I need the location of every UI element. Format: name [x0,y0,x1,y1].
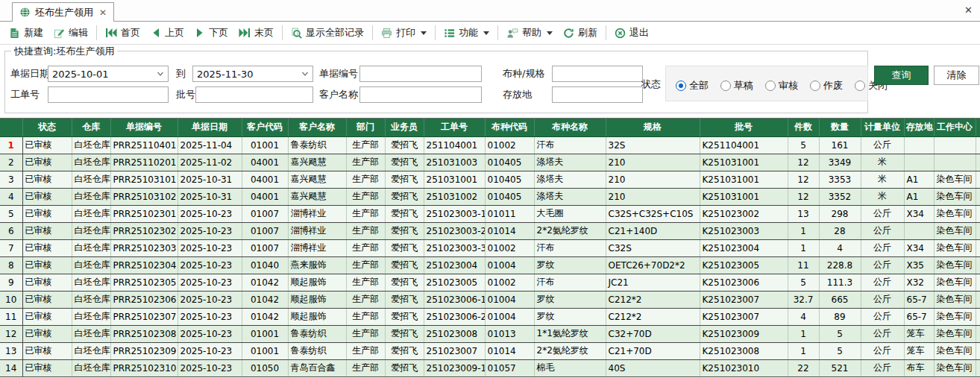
cell[interactable]: OETC26+70D2*2 [606,256,700,274]
cell[interactable]: 01042 [242,274,288,291]
cell[interactable]: 01042 [242,308,288,325]
table-row[interactable]: 14已审核白坯仓库PRR251023102025-10-2301050青岛百合鑫… [0,359,980,377]
cell[interactable]: 嘉兴飓慧 [288,171,346,188]
cell[interactable]: 染色车间 [934,342,976,359]
cell[interactable]: 爱招飞 [385,342,424,359]
cell[interactable]: 公斤 [861,342,904,359]
cell[interactable]: 251031002 [424,188,485,205]
tab-grey-fabric-requisition[interactable]: 坯布生产领用 ✕ [12,2,114,22]
cell[interactable]: K251023005 [700,256,788,274]
cell[interactable]: 已审核 [22,308,72,325]
cell[interactable]: 染色车间 [934,239,976,256]
row-number[interactable]: 9 [0,274,22,291]
cell[interactable]: 染色车间 [934,171,976,188]
cell[interactable]: PRR25110401 [110,136,178,154]
cell[interactable] [904,222,934,239]
cell[interactable]: 2025-10-31 [178,188,242,205]
cell[interactable]: 燕来服饰 [288,256,346,274]
cell[interactable]: 顺起服饰 [288,274,346,291]
fabric-spec-input[interactable] [552,66,643,82]
column-header-13[interactable]: 批号 [700,119,788,136]
cell[interactable]: 3353 [819,171,861,188]
cell[interactable]: 生产部 [346,188,385,205]
functions-button[interactable]: 功能 [439,24,494,42]
cell[interactable]: 010405 [485,171,534,188]
cell[interactable]: 公斤 [861,291,904,308]
cell[interactable]: 生产部 [346,274,385,291]
cell[interactable] [976,154,980,171]
cell[interactable]: K251023006 [700,274,788,291]
cell[interactable]: PRR25102307 [110,308,178,325]
cell[interactable]: 白坯仓库 [72,154,110,171]
cell[interactable]: 大毛圈 [534,205,606,222]
status-option-voided[interactable]: 作废 [810,79,843,92]
cell[interactable]: PRR25102308 [110,325,178,342]
cell[interactable]: 生产部 [346,359,385,377]
date-from-select[interactable]: 2025-10-01 [48,66,169,82]
table-row[interactable]: 3已审核白坯仓库PRR251031012025-10-3104001嘉兴飓慧生产… [0,171,980,188]
column-header-10[interactable]: 布种代码 [485,119,534,136]
cell[interactable]: 2025-10-23 [178,308,242,325]
cell[interactable]: 笼车 [904,325,934,342]
cell[interactable]: K251023004 [700,239,788,256]
cell[interactable]: 251023003-1 [424,205,485,222]
row-number[interactable]: 8 [0,256,22,274]
cell[interactable] [976,188,980,205]
cell[interactable]: 米 [861,171,904,188]
cell[interactable]: PRR25102301 [110,205,178,222]
cell[interactable]: 生产部 [346,136,385,154]
column-header-18[interactable]: 工作中心 [934,119,976,136]
edit-button[interactable]: 编辑 [48,24,93,42]
cell[interactable]: 白坯仓库 [72,188,110,205]
cell[interactable]: 12 [788,171,819,188]
customer-input[interactable] [359,86,482,103]
cell[interactable]: 251023003-3 [424,239,485,256]
cell[interactable]: K251023009 [700,325,788,342]
first-page-button[interactable]: 首页 [100,24,145,42]
cell[interactable]: K251031001 [700,188,788,205]
tab-close-icon[interactable]: ✕ [99,7,107,18]
next-page-button[interactable]: 下页 [189,24,233,42]
cell[interactable]: 2025-10-23 [178,325,242,342]
cell[interactable]: 01013 [485,325,534,342]
cell[interactable]: 2025-10-23 [178,291,242,308]
cell[interactable]: 01002 [485,136,534,154]
cell[interactable]: 01011 [485,205,534,222]
column-header-1[interactable]: 状态 [22,119,72,136]
cell[interactable]: 2025-10-23 [178,222,242,239]
column-header-8[interactable]: 业务员 [385,119,424,136]
cell[interactable]: 已审核 [22,154,72,171]
cell[interactable]: 01007 [242,205,288,222]
cell[interactable]: PRR25102310 [110,359,178,377]
cell[interactable]: 罗纹 [534,256,606,274]
new-button[interactable]: 新建 [4,24,48,42]
cell[interactable]: 11 [788,256,819,274]
cell[interactable]: 白坯仓库 [72,136,110,154]
cell[interactable]: 爱招飞 [385,154,424,171]
cell[interactable] [976,274,980,291]
cell[interactable]: 251031003 [424,154,485,171]
exit-button[interactable]: 退出 [609,24,654,42]
cell[interactable]: 淄博祥业 [288,222,346,239]
cell[interactable]: 爱招飞 [385,205,424,222]
cell[interactable]: 4 [819,239,861,256]
cell[interactable] [976,359,980,377]
table-row[interactable]: 4已审核白坯仓库PRR251031022025-10-3104001嘉兴飓慧生产… [0,188,980,205]
cell[interactable]: 生产部 [346,325,385,342]
cell[interactable]: 已审核 [22,136,72,154]
column-header-15[interactable]: 数量 [819,119,861,136]
row-number[interactable]: 11 [0,308,22,325]
cell[interactable]: 2025-11-02 [178,154,242,171]
cell[interactable]: 5 [788,274,819,291]
row-number[interactable]: 5 [0,205,22,222]
cell[interactable]: 汗布 [534,136,606,154]
cell[interactable]: 521 [819,359,861,377]
column-header-19[interactable]: 备注 [976,119,980,136]
cell[interactable]: 已审核 [22,274,72,291]
cell[interactable] [976,222,980,239]
cell[interactable]: 鲁泰纺织 [288,342,346,359]
cell[interactable]: 汗布 [534,274,606,291]
column-header-12[interactable]: 规格 [606,119,700,136]
cell[interactable]: 251023005 [424,274,485,291]
cell[interactable]: 已审核 [22,256,72,274]
